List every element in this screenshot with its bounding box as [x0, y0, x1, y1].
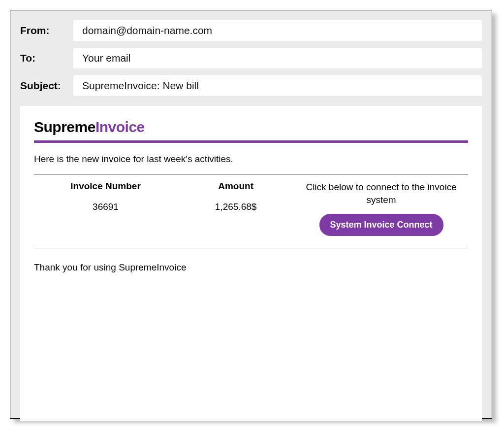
cta-text: Click below to connect to the invoice sy… — [299, 181, 463, 206]
from-label: From: — [20, 25, 73, 36]
brand-second: Invoice — [95, 119, 145, 135]
subject-field[interactable]: SupremeInvoice: New bill — [73, 75, 482, 96]
invoice-number-value: 36691 — [93, 202, 119, 212]
to-field[interactable]: Your email — [73, 48, 482, 68]
divider-bottom — [34, 248, 468, 248]
system-invoice-connect-button[interactable]: System Invoice Connect — [319, 214, 443, 236]
subject-label: Subject: — [20, 80, 73, 92]
brand-first: Supreme — [34, 119, 95, 135]
amount-column: Amount 1,265.68$ — [177, 181, 294, 236]
invoice-table: Invoice Number 36691 Amount 1,265.68$ Cl… — [34, 175, 468, 248]
subject-row: Subject: SupremeInvoice: New bill — [20, 75, 482, 96]
to-label: To: — [20, 52, 73, 64]
from-row: From: domain@domain-name.com — [20, 20, 482, 41]
email-body: SupremeInvoice Here is the new invoice f… — [20, 106, 482, 421]
invoice-number-column: Invoice Number 36691 — [34, 181, 177, 236]
amount-value: 1,265.68$ — [215, 202, 257, 212]
from-field[interactable]: domain@domain-name.com — [73, 20, 482, 41]
invoice-number-label: Invoice Number — [70, 181, 141, 192]
cta-column: Click below to connect to the invoice sy… — [294, 181, 468, 236]
to-row: To: Your email — [20, 48, 482, 68]
intro-text: Here is the new invoice for last week's … — [34, 154, 468, 165]
amount-label: Amount — [218, 181, 253, 192]
email-window: From: domain@domain-name.com To: Your em… — [10, 10, 492, 419]
brand-title: SupremeInvoice — [34, 119, 468, 135]
footer-text: Thank you for using SupremeInvoice — [34, 262, 468, 273]
divider-accent — [34, 140, 468, 143]
